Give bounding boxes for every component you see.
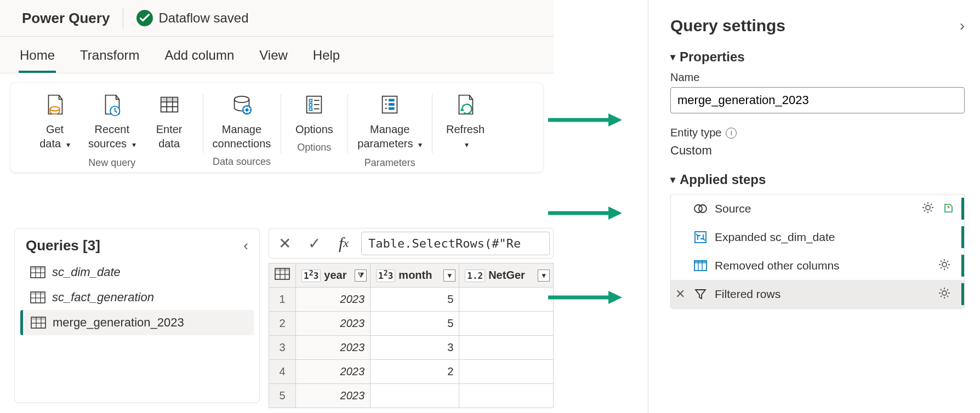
table-icon	[275, 270, 290, 282]
cell-netger[interactable]	[459, 312, 554, 336]
cell-month[interactable]: 2	[371, 360, 459, 384]
manage-connections-button[interactable]: Manageconnections	[213, 89, 271, 151]
chevron-down-icon: ▾	[132, 140, 136, 149]
expand-icon	[693, 230, 708, 245]
table-row[interactable]: 4 2023 2	[269, 360, 554, 384]
queries-panel: Queries [3] ‹ sc_dim_datesc_fact_generat…	[14, 228, 260, 403]
step-accent-bar	[961, 198, 964, 220]
enter-data-icon	[154, 89, 185, 120]
ribbon-group-label: New query	[88, 157, 135, 169]
applied-step-filtered-rows[interactable]: ✕ Filtered rows	[671, 280, 964, 308]
step-accent-bar	[961, 255, 964, 277]
gear-icon[interactable]	[921, 201, 935, 217]
applied-step-source[interactable]: ✕ Source	[671, 194, 964, 223]
step-accent-bar	[961, 283, 964, 305]
formula-text[interactable]: Table.SelectRows(#"Re	[361, 232, 550, 255]
cell-netger[interactable]	[459, 336, 554, 360]
svg-marker-26	[460, 108, 464, 111]
cell-year[interactable]: 2023	[296, 384, 371, 408]
cell-year[interactable]: 2023	[296, 360, 371, 384]
cell-year[interactable]: 2023	[296, 288, 371, 312]
cell-month[interactable]: 5	[371, 288, 459, 312]
svg-point-9	[235, 96, 249, 103]
cell-year[interactable]: 2023	[296, 312, 371, 336]
chevron-down-icon: ▾	[418, 140, 422, 149]
enter-data-button[interactable]: Enterdata	[146, 89, 193, 152]
table-row[interactable]: 1 2023 5	[269, 288, 554, 312]
gear-icon[interactable]	[938, 286, 951, 302]
fx-icon: fx	[332, 231, 356, 255]
cell-month[interactable]	[371, 384, 459, 408]
row-number: 2	[269, 312, 296, 336]
svg-point-55	[942, 262, 947, 267]
options-button[interactable]: Options	[290, 89, 338, 136]
annotation-arrow	[548, 289, 619, 297]
row-number: 4	[269, 360, 296, 384]
tab-transform[interactable]: Transform	[79, 42, 140, 73]
query-item-sc-fact-generation[interactable]: sc_fact_generation	[20, 285, 254, 310]
queries-collapse-button[interactable]: ‹	[243, 237, 248, 254]
applied-steps-section-header[interactable]: ▾ Applied steps	[670, 172, 965, 187]
app-title: Power Query	[22, 10, 110, 27]
source-icon	[693, 201, 708, 216]
row-number: 1	[269, 288, 296, 312]
native-query-icon[interactable]	[942, 201, 955, 217]
formula-commit-button[interactable]: ✓	[302, 231, 326, 255]
filter-icon[interactable]: ⧩	[355, 269, 367, 282]
tab-help[interactable]: Help	[312, 42, 341, 73]
chevron-down-icon[interactable]: ▾	[538, 269, 550, 282]
info-icon[interactable]: i	[726, 128, 737, 139]
column-header-month[interactable]: 123month▾	[371, 263, 459, 288]
grid-corner[interactable]	[269, 263, 296, 288]
svg-rect-50	[695, 232, 706, 243]
get-data-button[interactable]: Getdata ▾	[31, 89, 78, 152]
name-label: Name	[670, 71, 965, 84]
applied-step-expanded-sc_dim_date[interactable]: ✕ Expanded sc_dim_date	[671, 223, 964, 251]
manage-parameters-button[interactable]: Manageparameters ▾	[357, 89, 422, 152]
query-item-merge-generation-2023[interactable]: merge_generation_2023	[20, 310, 254, 335]
svg-rect-20	[389, 99, 395, 101]
column-header-year[interactable]: 123year⧩	[296, 263, 371, 288]
formula-cancel-button[interactable]: ✕	[272, 231, 297, 255]
query-item-sc-dim-date[interactable]: sc_dim_date	[20, 260, 254, 285]
get-data-icon	[39, 89, 70, 120]
svg-point-48	[699, 205, 706, 213]
chevron-down-icon[interactable]: ▾	[443, 269, 455, 282]
applied-steps-list: ✕ Source ✕ Expanded sc_dim_date ✕ Remove…	[670, 194, 965, 309]
cell-netger[interactable]	[459, 384, 554, 408]
tab-add-column[interactable]: Add column	[164, 42, 236, 73]
gear-icon[interactable]	[938, 258, 951, 274]
tab-home[interactable]: Home	[19, 42, 56, 73]
save-status: Dataflow saved	[136, 10, 248, 26]
svg-point-47	[694, 205, 702, 213]
table-icon	[31, 317, 46, 329]
tab-view[interactable]: View	[258, 42, 289, 73]
applied-step-removed-other-columns[interactable]: ✕ Removed other columns	[671, 251, 964, 280]
properties-section-header[interactable]: ▾ Properties	[670, 49, 965, 65]
cell-netger[interactable]	[459, 288, 554, 312]
ribbon-group-label: Options	[297, 142, 331, 153]
manage-parameters-icon	[374, 89, 405, 120]
annotation-arrow	[548, 205, 619, 213]
svg-point-49	[926, 205, 930, 210]
refresh-button[interactable]: Refresh▾	[442, 89, 489, 152]
recent-sources-button[interactable]: Recentsources ▾	[88, 89, 136, 152]
table-row[interactable]: 2 2023 5	[269, 312, 554, 336]
table-row[interactable]: 5 2023	[269, 384, 554, 408]
column-header-NetGer[interactable]: 1.2NetGer▾	[459, 263, 554, 288]
cell-month[interactable]: 5	[371, 312, 459, 336]
cell-netger[interactable]	[459, 360, 554, 384]
data-grid-area: ✕ ✓ fx Table.SelectRows(#"Re 123year⧩123…	[269, 228, 554, 403]
data-grid[interactable]: 123year⧩123month▾1.2NetGer▾ 1 2023 5 2 2…	[269, 263, 554, 408]
svg-rect-14	[310, 104, 312, 106]
svg-marker-62	[608, 291, 622, 304]
recent-sources-icon	[96, 89, 127, 120]
cell-year[interactable]: 2023	[296, 336, 371, 360]
delete-step-button[interactable]: ✕	[675, 287, 685, 301]
query-name-input[interactable]	[670, 87, 965, 113]
table-icon	[30, 291, 45, 303]
step-label: Removed other columns	[715, 259, 840, 272]
cell-month[interactable]: 3	[371, 336, 459, 360]
settings-collapse-button[interactable]: ›	[960, 17, 965, 35]
table-row[interactable]: 3 2023 3	[269, 336, 554, 360]
